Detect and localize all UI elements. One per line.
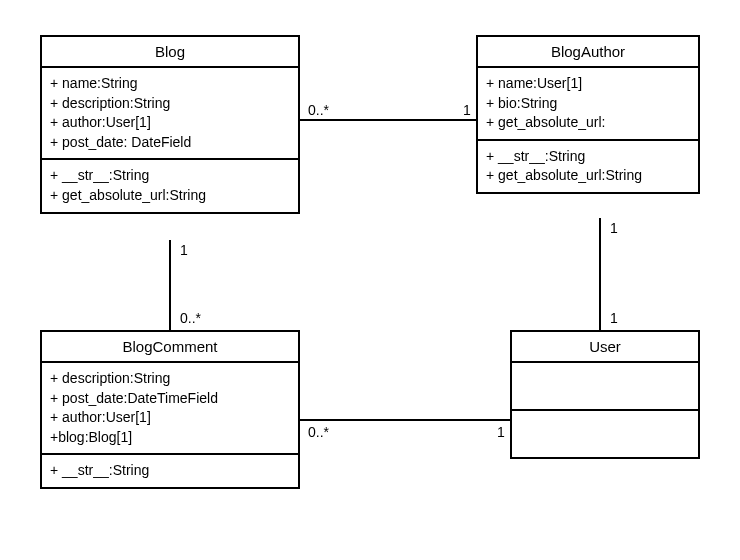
class-blog-title: Blog	[42, 37, 298, 68]
class-user-title: User	[512, 332, 698, 363]
class-blogauthor-methods: + __str__:String + get_absolute_url:Stri…	[478, 141, 698, 192]
class-blogauthor-attributes: + name:User[1] + bio:String + get_absolu…	[478, 68, 698, 141]
attribute: + post_date: DateField	[50, 133, 290, 153]
attribute: + get_absolute_url:	[486, 113, 690, 133]
class-blog-methods: + __str__:String + get_absolute_url:Stri…	[42, 160, 298, 211]
class-user-attributes	[512, 363, 698, 411]
method: + __str__:String	[50, 461, 290, 481]
class-blogauthor-title: BlogAuthor	[478, 37, 698, 68]
class-blog: Blog + name:String + description:String …	[40, 35, 300, 214]
class-user-methods	[512, 411, 698, 457]
class-blogcomment-attributes: + description:String + post_date:DateTim…	[42, 363, 298, 455]
method: + __str__:String	[486, 147, 690, 167]
method: + __str__:String	[50, 166, 290, 186]
mult-blogauthor-user-bottom: 1	[608, 310, 620, 326]
class-user: User	[510, 330, 700, 459]
method: + get_absolute_url:String	[486, 166, 690, 186]
mult-blog-blogauthor-right: 1	[461, 102, 473, 118]
class-blogcomment-methods: + __str__:String	[42, 455, 298, 487]
class-blogauthor: BlogAuthor + name:User[1] + bio:String +…	[476, 35, 700, 194]
attribute: + bio:String	[486, 94, 690, 114]
attribute: +blog:Blog[1]	[50, 428, 290, 448]
attribute: + author:User[1]	[50, 113, 290, 133]
attribute: + description:String	[50, 369, 290, 389]
attribute: + description:String	[50, 94, 290, 114]
mult-blogcomment-user-left: 0..*	[306, 424, 331, 440]
attribute: + post_date:DateTimeField	[50, 389, 290, 409]
class-blog-attributes: + name:String + description:String + aut…	[42, 68, 298, 160]
mult-blogauthor-user-top: 1	[608, 220, 620, 236]
attribute: + name:String	[50, 74, 290, 94]
mult-blog-blogcomment-top: 1	[178, 242, 190, 258]
mult-blogcomment-user-right: 1	[495, 424, 507, 440]
class-blogcomment-title: BlogComment	[42, 332, 298, 363]
class-blogcomment: BlogComment + description:String + post_…	[40, 330, 300, 489]
mult-blog-blogauthor-left: 0..*	[306, 102, 331, 118]
mult-blog-blogcomment-bottom: 0..*	[178, 310, 203, 326]
attribute: + name:User[1]	[486, 74, 690, 94]
method: + get_absolute_url:String	[50, 186, 290, 206]
attribute: + author:User[1]	[50, 408, 290, 428]
